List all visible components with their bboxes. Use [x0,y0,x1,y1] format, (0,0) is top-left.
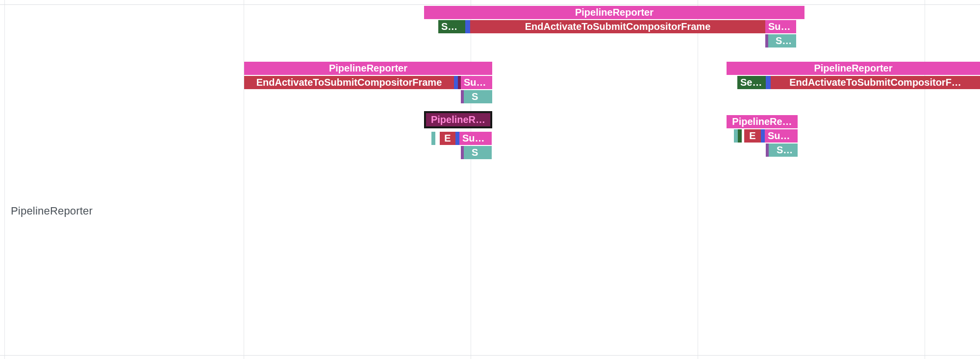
trace-slice-g2-red[interactable]: EndActivateToSubmitCompositorFrame [244,76,454,89]
trace-slice-g4-tealpre[interactable] [464,146,469,159]
trace-slice-g2-blue1[interactable] [454,76,458,89]
grid [0,0,980,359]
trace-slice-g4-s[interactable]: S [469,146,492,159]
trace-slice-g4-blue[interactable] [455,132,459,145]
h-divider [0,355,980,356]
trace-slice-g1-teal[interactable]: S… [773,34,796,48]
trace-slice-g5-e[interactable]: E [744,129,761,143]
trace-slice-g1-sgreen[interactable]: S… [438,20,465,33]
trace-slice-g3-pipe[interactable]: PipelineReporter [727,62,980,75]
trace-slice-g4-sub[interactable]: Sub… [459,132,492,145]
trace-slice-g1-blue[interactable] [465,20,470,33]
trace-slice-g1-sub[interactable]: Sub… [765,20,796,33]
trace-slice-g3-segreen[interactable]: Se… [737,76,766,89]
trace-slice-g5-stripe2[interactable] [738,129,742,143]
gridline [4,0,5,359]
gridline [925,0,925,359]
trace-slice-g1-tealpre[interactable] [768,34,773,48]
row-label-pipeline-reporter: PipelineReporter [11,205,93,217]
trace-slice-g1-red[interactable]: EndActivateToSubmitCompositorFrame [470,20,765,33]
gridline [471,0,471,359]
trace-slice-g4-stripe[interactable] [431,132,435,145]
trace-slice-g1-pipe[interactable]: PipelineReporter [424,6,804,19]
trace-slice-g5-s[interactable]: S… [774,144,798,157]
trace-slice-g4-pipe[interactable]: PipelineR… [425,112,492,128]
trace-slice-g3-blue[interactable] [766,76,771,89]
trace-slice-g5-blue[interactable] [761,129,765,143]
trace-viewport[interactable]: PipelineReporter PipelineReporterS…EndAc… [0,0,980,359]
trace-slice-g5-sub[interactable]: Sub… [765,129,798,143]
trace-slice-g2-tealpre[interactable] [464,90,469,103]
trace-slice-g5-tealpre[interactable] [769,144,774,157]
h-divider [0,4,980,5]
trace-slice-g2-pipe[interactable]: PipelineReporter [244,62,492,75]
gridline [244,0,244,359]
trace-slice-g4-e[interactable]: E [440,132,455,145]
trace-slice-g5-stripe1[interactable] [734,129,738,143]
trace-slice-g2-plum1[interactable] [458,76,461,89]
trace-slice-g3-red[interactable]: EndActivateToSubmitCompositorF… [771,76,980,89]
trace-slice-g5-pipe[interactable]: PipelineRe… [727,115,798,128]
trace-slice-g2-sub[interactable]: Sub… [461,76,492,89]
trace-slice-g2-steal[interactable]: S [469,90,492,103]
gridline [698,0,698,359]
